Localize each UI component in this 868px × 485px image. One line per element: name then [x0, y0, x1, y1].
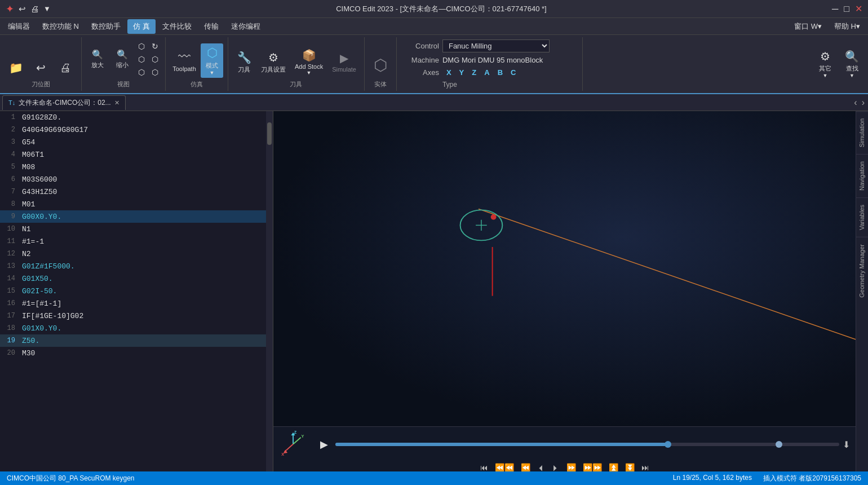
code-line-9: 9 G00X0.Y0.: [0, 210, 273, 223]
tab-nav-next[interactable]: ›: [861, 96, 866, 109]
transport-prev[interactable]: ⏪: [519, 462, 533, 471]
side-tab-navigation[interactable]: Navigation: [856, 154, 868, 197]
ribbon-toolpath-btn[interactable]: 〰 Toolpath: [170, 47, 198, 74]
ribbon-zoom-out[interactable]: 🔍 缩小: [111, 47, 134, 72]
file-tab[interactable]: T↓ 文件未命名-CIMCO公司：02... ✕: [2, 95, 126, 110]
ribbon-add-stock-btn[interactable]: 📦 Add Stock ▼: [291, 46, 326, 78]
ribbon-solid-btn[interactable]: ⬡: [369, 54, 392, 78]
menu-mini-program[interactable]: 迷你编程: [225, 19, 266, 34]
view-3d-icon-1: ⬡: [138, 42, 145, 51]
status-center: CIMCO中国公司 80_PA SecuROM keygen: [7, 474, 135, 483]
menu-transfer[interactable]: 传输: [198, 19, 224, 34]
ribbon-undo-btn[interactable]: ↩: [29, 59, 52, 78]
line-text-13: G01Z#1F5000.: [20, 262, 75, 271]
code-line-19: 19 Z50.: [0, 334, 273, 347]
control-select[interactable]: Fanuc Milling: [442, 39, 550, 52]
transport-next[interactable]: ⏩: [564, 462, 578, 471]
transport-step-down[interactable]: ⏬: [623, 462, 637, 471]
menu-nc-assistant[interactable]: 数控助手: [86, 19, 126, 34]
side-tab-simulation[interactable]: Simulation: [856, 111, 868, 154]
transport-next-fast[interactable]: ⏩⏩: [581, 462, 604, 471]
viewport-svg[interactable]: [273, 111, 856, 426]
axis-b-btn[interactable]: B: [496, 68, 504, 77]
scrollbar-thumb: [267, 122, 272, 145]
quick-access-arrow[interactable]: ▼: [43, 5, 51, 13]
ribbon-view-3d-2[interactable]: ⬡: [136, 54, 147, 65]
side-tab-geometry[interactable]: Geometry Manager: [856, 237, 868, 305]
ribbon-tool-settings-btn[interactable]: ⚙ 刀具设置: [258, 48, 289, 76]
line-num-10: 10: [0, 225, 20, 233]
svg-text:Y: Y: [301, 434, 304, 439]
quick-access-print[interactable]: 🖨: [30, 4, 39, 14]
play-button[interactable]: ▶: [316, 436, 332, 452]
ribbon-toolpos-buttons: 📁 ↩ 🖨: [5, 59, 77, 78]
line-text-17: IF[#1GE-10]G02: [20, 312, 83, 320]
zoom-out-icon: 🔍: [117, 49, 128, 60]
ribbon-zoom-in[interactable]: 🔍 放大: [86, 47, 109, 72]
progress-dot-1: [665, 441, 671, 448]
side-tab-variables[interactable]: Variables: [856, 197, 868, 237]
axis-c-btn[interactable]: C: [509, 68, 517, 77]
menu-simulation[interactable]: 仿 真: [127, 19, 156, 34]
transport-next-slow[interactable]: ⏵: [550, 462, 562, 471]
window-minimize[interactable]: ─: [832, 4, 838, 14]
axis-y-btn[interactable]: Y: [458, 68, 466, 77]
menu-editor[interactable]: 编辑器: [2, 19, 36, 34]
ribbon-print-btn[interactable]: 🖨: [54, 59, 77, 78]
menu-window[interactable]: 窗口 W▾: [789, 19, 827, 34]
menu-nc-function[interactable]: 数控功能 N: [37, 19, 85, 34]
status-mode: 插入模式符 者版2079156137305: [763, 474, 861, 483]
progress-container: [335, 443, 839, 446]
line-text-2: G40G49G69G80G17: [20, 126, 88, 134]
transport-to-end[interactable]: ⏭: [639, 462, 652, 471]
ribbon-simulate-btn[interactable]: ▶ Simulate: [329, 49, 360, 75]
code-line-15: 15 G02I-50.: [0, 285, 273, 297]
find-icon: 🔍: [845, 50, 859, 63]
axes-indicator: Z Y X: [278, 430, 309, 458]
ribbon-solid-buttons: ⬡: [369, 54, 392, 78]
code-scrollbar[interactable]: [266, 111, 273, 471]
tab-nav-prev[interactable]: ‹: [853, 96, 858, 109]
zoom-in-label: 放大: [91, 61, 104, 69]
window-maximize[interactable]: □: [844, 4, 849, 14]
solid-icon: ⬡: [374, 56, 387, 74]
transport-prev-fast[interactable]: ⏪⏪: [493, 462, 516, 471]
tab-close-btn[interactable]: ✕: [114, 99, 119, 107]
axis-a-btn[interactable]: A: [482, 68, 491, 77]
control-label: Control: [402, 42, 439, 50]
code-editor: 1 G91G28Z0. 2 G40G49G69G80G17 3 G54 4 M0…: [0, 111, 273, 471]
ribbon-rotate-1[interactable]: ↻: [149, 41, 161, 52]
ribbon-group-solid: ⬡ 实体: [365, 37, 397, 91]
menu-help[interactable]: 帮助 H▾: [829, 19, 866, 34]
transport-prev-slow[interactable]: ⏴: [535, 462, 547, 471]
axes-label: Axes: [402, 68, 439, 77]
window-close[interactable]: ✕: [855, 3, 862, 14]
ribbon-group-sim: 〰 Toolpath ⬡ 模式 ▼ 仿真: [166, 37, 228, 91]
ribbon-other-btn[interactable]: ⚙ 其它 ▼: [814, 47, 836, 81]
svg-line-10: [293, 438, 301, 444]
line-text-12: N2: [20, 250, 31, 258]
ribbon-rotate-3[interactable]: ⬡: [149, 67, 161, 78]
ribbon-open-btn[interactable]: 📁: [5, 59, 27, 78]
ribbon-view-3d-1[interactable]: ⬡: [136, 41, 147, 52]
download-button[interactable]: ⬇: [843, 439, 850, 450]
transport-step-up[interactable]: ⏫: [606, 462, 621, 471]
code-line-10: 10 N1: [0, 223, 273, 235]
code-scroll[interactable]: 1 G91G28Z0. 2 G40G49G69G80G17 3 G54 4 M0…: [0, 111, 273, 471]
line-num-14: 14: [0, 275, 20, 283]
transport-to-start[interactable]: ⏮: [478, 462, 490, 471]
axis-z-btn[interactable]: Z: [470, 68, 478, 77]
progress-track[interactable]: [335, 443, 839, 446]
line-num-11: 11: [0, 237, 20, 245]
ribbon-mode-btn[interactable]: ⬡ 模式 ▼: [201, 43, 223, 78]
ribbon-view-3d-3[interactable]: ⬡: [136, 67, 147, 78]
ribbon-rotate-2[interactable]: ⬡: [149, 54, 161, 65]
folder-icon: 📁: [9, 61, 23, 74]
axis-x-btn[interactable]: X: [445, 68, 453, 77]
ribbon-find-btn[interactable]: 🔍 查找 ▼: [840, 47, 863, 81]
menu-file-compare[interactable]: 文件比较: [157, 19, 197, 34]
quick-access-undo[interactable]: ↩: [19, 4, 26, 14]
tool-icon: 🔧: [237, 51, 251, 64]
transport-buttons: ⏮ ⏪⏪ ⏪ ⏴ ⏵ ⏩ ⏩⏩ ⏫ ⏬ ⏭: [279, 462, 850, 471]
ribbon-tool-btn[interactable]: 🔧 刀具: [233, 48, 255, 76]
